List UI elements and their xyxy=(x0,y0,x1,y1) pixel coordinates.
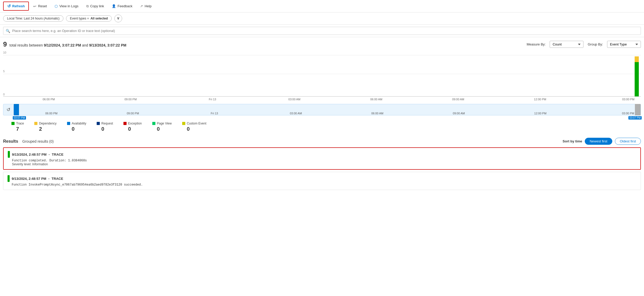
x-label-3: Fri 13 xyxy=(209,98,216,101)
timeline-selector[interactable]: ↺ 03:07 PM 06:00 PM 09:00 PM Fri 13 03:0… xyxy=(3,104,641,115)
legend-availability-label: Availability xyxy=(67,122,86,125)
trace-dot xyxy=(11,122,15,125)
feedback-button[interactable]: 👤 Feedback xyxy=(108,3,136,10)
undo-icon: ↩ xyxy=(33,4,36,8)
legend-trace-label: Trace xyxy=(11,122,24,125)
pageview-dot xyxy=(152,122,155,125)
group-by-select[interactable]: Event Type xyxy=(607,41,641,48)
legend-dependency: Dependency 2 xyxy=(34,122,56,132)
result-item-2[interactable]: 9/13/2024, 2:48:57 PM - TRACE Function I… xyxy=(3,172,641,190)
help-button[interactable]: ↗ Help xyxy=(137,3,155,10)
legend-trace-count: 7 xyxy=(11,126,24,132)
sort-group: Sort by time Newest first Oldest first xyxy=(563,138,641,145)
result-1-timestamp: 9/13/2024, 2:48:57 PM xyxy=(12,153,47,156)
result-2-separator: - xyxy=(48,177,49,181)
copy-link-label: Copy link xyxy=(90,4,104,8)
newest-first-button[interactable]: Newest first xyxy=(585,138,612,145)
tl-label-5: 06:00 AM xyxy=(371,112,383,115)
result-item-1-header: 9/13/2024, 2:48:57 PM - TRACE xyxy=(8,151,636,158)
time-filter-label: Local Time: Last 24 hours (Automatic) xyxy=(7,17,60,20)
chart-bars xyxy=(11,50,641,96)
toolbar: ↺ Refresh ↩ Reset ⬡ View in Logs ⧉ Copy … xyxy=(0,0,644,12)
legend-exception-label: Exception xyxy=(123,122,142,125)
tl-label-2: 09:00 PM xyxy=(127,112,139,115)
refresh-button[interactable]: ↺ Refresh xyxy=(3,2,29,11)
result-2-body: Function InvokePromptAsync_e7067ab796954… xyxy=(12,183,636,187)
legend-pageview: Page View 0 xyxy=(152,122,172,132)
legend-customevent: Custom Event 0 xyxy=(182,122,206,132)
help-icon: ↗ xyxy=(140,4,143,8)
summary: 9 total results between 9/12/2024, 3:07:… xyxy=(0,37,644,50)
result-2-dot xyxy=(8,175,10,182)
result-item-2-header: 9/13/2024, 2:48:57 PM - TRACE xyxy=(8,175,636,182)
measure-by-label: Measure By: xyxy=(527,42,546,46)
request-dot xyxy=(97,122,100,125)
measure-by-select[interactable]: Count xyxy=(550,41,583,48)
tl-label-6: 09:00 AM xyxy=(453,112,465,115)
reset-label: Reset xyxy=(38,4,47,8)
time-filter[interactable]: Local Time: Last 24 hours (Automatic) xyxy=(3,15,63,22)
legend: Trace 7 Dependency 2 Availability 0 Requ… xyxy=(0,115,644,135)
result-1-separator: - xyxy=(49,153,50,156)
chart-container[interactable]: 10 5 0 xyxy=(3,50,641,97)
search-icon: 🔍 xyxy=(6,29,10,33)
legend-trace-name: Trace xyxy=(16,122,24,125)
search-bar: 🔍 xyxy=(0,25,644,37)
legend-pageview-label: Page View xyxy=(152,122,172,125)
x-label-7: 12:00 PM xyxy=(534,98,546,101)
event-types-filter[interactable]: Event types = All selected xyxy=(66,15,112,22)
results-title: Results xyxy=(3,139,18,144)
result-1-sub: Severity level: Information xyxy=(12,162,636,166)
legend-customevent-count: 0 xyxy=(182,126,206,132)
y-label-10: 10 xyxy=(3,51,6,54)
legend-trace: Trace 7 xyxy=(11,122,24,132)
reset-button[interactable]: ↩ Reset xyxy=(30,3,50,10)
legend-request: Request 0 xyxy=(97,122,113,132)
timeline-thumb-right[interactable]: 03:07 PM xyxy=(635,104,641,115)
measure-group: Measure By: Count Group By: Event Type xyxy=(527,41,641,48)
dependency-dot xyxy=(34,122,37,125)
filter-options-button[interactable]: ⛛ xyxy=(114,15,122,22)
y-label-5: 5 xyxy=(3,70,5,73)
legend-availability: Availability 0 xyxy=(67,122,86,132)
view-in-logs-button[interactable]: ⬡ View in Logs xyxy=(51,3,82,10)
refresh-icon: ↺ xyxy=(7,4,11,9)
refresh-label: Refresh xyxy=(12,4,25,8)
x-axis: 06:00 PM 09:00 PM Fri 13 03:00 AM 06:00 … xyxy=(11,97,641,103)
event-types-label: Event types = xyxy=(70,17,89,20)
legend-availability-count: 0 xyxy=(67,126,86,132)
feedback-icon: 👤 xyxy=(112,4,116,8)
search-input[interactable] xyxy=(3,27,641,35)
legend-dependency-name: Dependency xyxy=(39,122,56,125)
summary-text: 9 total results between 9/12/2024, 3:07:… xyxy=(3,40,126,48)
legend-exception-count: 0 xyxy=(123,126,142,132)
tl-label-8: 03:00 PM xyxy=(622,112,634,115)
timeline-thumb-left[interactable]: 03:07 PM xyxy=(14,104,19,115)
tl-label-3: Fri 13 xyxy=(211,112,218,115)
exception-dot xyxy=(123,122,127,125)
legend-availability-name: Availability xyxy=(72,122,86,125)
legend-pageview-count: 0 xyxy=(152,126,172,132)
timeline-end-label: 03:07 PM xyxy=(628,116,642,120)
result-2-type: TRACE xyxy=(51,177,63,181)
filter-bar: Local Time: Last 24 hours (Automatic) Ev… xyxy=(0,12,644,25)
search-wrap: 🔍 xyxy=(3,27,641,35)
oldest-first-button[interactable]: Oldest first xyxy=(615,138,641,145)
copy-link-button[interactable]: ⧉ Copy link xyxy=(83,3,107,10)
x-label-6: 09:00 AM xyxy=(452,98,464,101)
result-1-dot xyxy=(8,151,10,158)
x-label-8: 03:00 PM xyxy=(622,98,634,101)
tl-label-7: 12:00 PM xyxy=(534,112,547,115)
feedback-label: Feedback xyxy=(117,4,132,8)
result-1-body: Function completed. Duration: 1.0384068s xyxy=(12,159,636,162)
legend-request-label: Request xyxy=(97,122,113,125)
y-label-0: 0 xyxy=(3,93,5,96)
tl-label-4: 03:00 AM xyxy=(290,112,302,115)
results-header: Results Grouped results (0) Sort by time… xyxy=(3,138,641,145)
bar-trace xyxy=(635,62,639,96)
legend-exception-name: Exception xyxy=(128,122,142,125)
result-item-1[interactable]: 9/13/2024, 2:48:57 PM - TRACE Function c… xyxy=(3,147,641,170)
summary-total-text: total results between xyxy=(9,43,43,47)
help-label: Help xyxy=(144,4,152,8)
legend-pageview-name: Page View xyxy=(157,122,172,125)
